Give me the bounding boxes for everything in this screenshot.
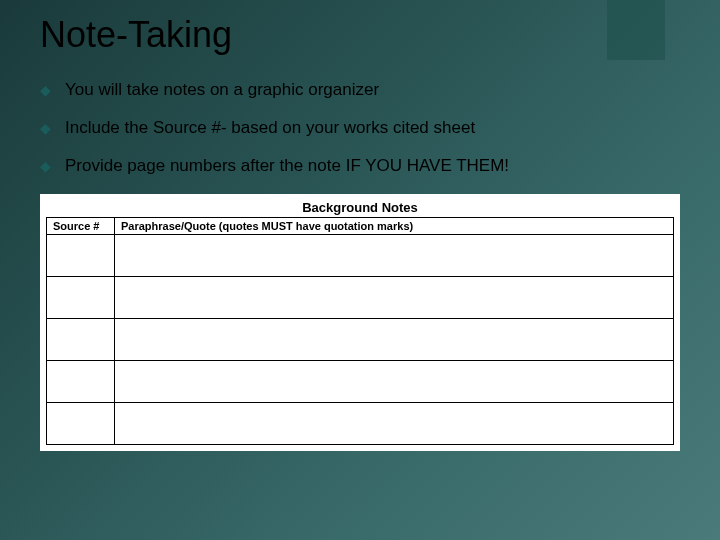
notes-table: Source # Paraphrase/Quote (quotes MUST h… (46, 217, 674, 445)
bullet-text: You will take notes on a graphic organiz… (65, 80, 379, 100)
cell-source (47, 235, 115, 277)
cell-source (47, 361, 115, 403)
slide-title: Note-Taking (40, 14, 680, 56)
cell-source (47, 403, 115, 445)
bullet-icon: ◆ (40, 82, 51, 98)
table-row (47, 235, 674, 277)
cell-paraphrase (115, 277, 674, 319)
bullet-text: Include the Source #- based on your work… (65, 118, 475, 138)
slide-content: Note-Taking ◆ You will take notes on a g… (0, 0, 720, 471)
header-paraphrase: Paraphrase/Quote (quotes MUST have quota… (115, 218, 674, 235)
bullet-icon: ◆ (40, 158, 51, 174)
cell-paraphrase (115, 319, 674, 361)
table-body (47, 235, 674, 445)
cell-paraphrase (115, 361, 674, 403)
cell-source (47, 319, 115, 361)
table-header-row: Source # Paraphrase/Quote (quotes MUST h… (47, 218, 674, 235)
header-source: Source # (47, 218, 115, 235)
bullet-list: ◆ You will take notes on a graphic organ… (40, 80, 680, 176)
table-row (47, 403, 674, 445)
table-row (47, 277, 674, 319)
bullet-icon: ◆ (40, 120, 51, 136)
cell-source (47, 277, 115, 319)
list-item: ◆ Include the Source #- based on your wo… (40, 118, 680, 138)
table-title: Background Notes (46, 200, 674, 215)
cell-paraphrase (115, 403, 674, 445)
notes-table-container: Background Notes Source # Paraphrase/Quo… (40, 194, 680, 451)
list-item: ◆ Provide page numbers after the note IF… (40, 156, 680, 176)
accent-bar (607, 0, 665, 60)
table-row (47, 319, 674, 361)
cell-paraphrase (115, 235, 674, 277)
list-item: ◆ You will take notes on a graphic organ… (40, 80, 680, 100)
table-row (47, 361, 674, 403)
bullet-text: Provide page numbers after the note IF Y… (65, 156, 509, 176)
